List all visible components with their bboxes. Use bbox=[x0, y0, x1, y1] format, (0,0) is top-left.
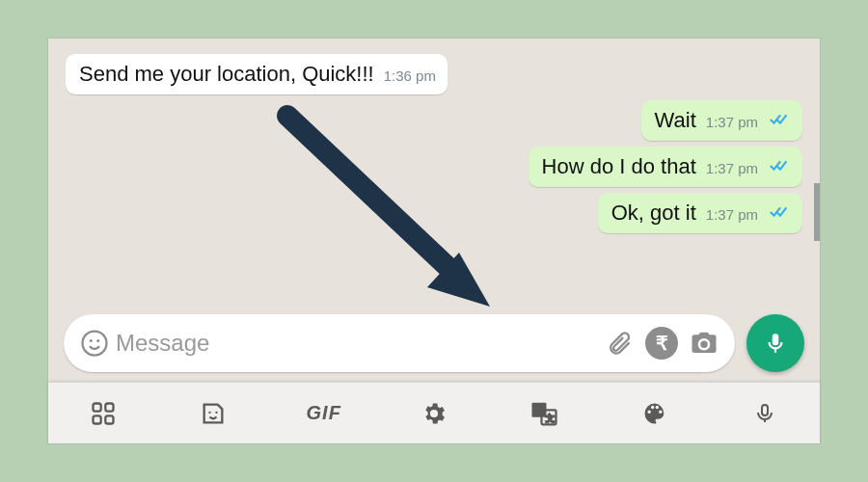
attach-icon[interactable] bbox=[598, 330, 640, 357]
svg-rect-6 bbox=[105, 403, 113, 411]
svg-rect-7 bbox=[94, 415, 101, 423]
chat-scroll-area[interactable]: Send me your location, Quick!!! 1:36 pm … bbox=[48, 39, 820, 308]
svg-point-3 bbox=[90, 339, 93, 342]
message-text: Send me your location, Quick!!! bbox=[79, 62, 374, 87]
sticker-icon[interactable] bbox=[194, 396, 232, 431]
svg-text:G: G bbox=[536, 405, 544, 415]
svg-rect-8 bbox=[105, 415, 113, 423]
message-time: 1:37 pm bbox=[706, 114, 758, 130]
svg-rect-5 bbox=[94, 403, 101, 411]
keyboard-mic-icon[interactable] bbox=[746, 396, 784, 431]
message-input-container: ₹ bbox=[64, 314, 735, 372]
message-bubble[interactable]: Wait 1:37 pm bbox=[641, 100, 802, 141]
keyboard-toolbar: GIF G文 bbox=[48, 382, 820, 443]
svg-text:文: 文 bbox=[546, 413, 555, 422]
read-receipt-icon bbox=[770, 158, 791, 174]
composer-row: ₹ bbox=[64, 314, 804, 372]
payment-icon[interactable]: ₹ bbox=[640, 327, 683, 360]
message-text: Ok, got it bbox=[611, 201, 696, 226]
message-bubble[interactable]: Ok, got it 1:37 pm bbox=[598, 193, 802, 233]
read-receipt-icon bbox=[770, 112, 791, 127]
message-outgoing: Ok, got it 1:37 pm bbox=[66, 193, 802, 233]
theme-icon[interactable] bbox=[636, 396, 674, 431]
svg-point-9 bbox=[209, 411, 211, 413]
svg-point-4 bbox=[96, 339, 99, 342]
emoji-icon[interactable] bbox=[73, 329, 116, 358]
camera-icon[interactable] bbox=[683, 329, 725, 358]
settings-icon[interactable] bbox=[415, 396, 453, 431]
read-receipt-icon bbox=[770, 204, 791, 220]
message-outgoing: Wait 1:37 pm bbox=[66, 100, 802, 141]
message-time: 1:37 pm bbox=[706, 160, 758, 176]
message-incoming: Send me your location, Quick!!! 1:36 pm bbox=[66, 54, 802, 94]
svg-point-2 bbox=[83, 332, 107, 356]
scrollbar-thumb[interactable] bbox=[814, 183, 820, 241]
gif-icon[interactable]: GIF bbox=[305, 396, 343, 431]
message-time: 1:37 pm bbox=[706, 206, 758, 223]
message-bubble[interactable]: Send me your location, Quick!!! 1:36 pm bbox=[66, 54, 448, 94]
message-input[interactable] bbox=[116, 330, 598, 357]
chat-screenshot: Send me your location, Quick!!! 1:36 pm … bbox=[48, 39, 820, 443]
message-text: Wait bbox=[655, 108, 696, 133]
translate-icon[interactable]: G文 bbox=[525, 396, 563, 431]
message-bubble[interactable]: How do I do that 1:37 pm bbox=[529, 147, 802, 187]
message-text: How do I do that bbox=[542, 154, 696, 179]
voice-record-button[interactable] bbox=[746, 314, 804, 372]
message-outgoing: How do I do that 1:37 pm bbox=[66, 147, 802, 187]
svg-point-10 bbox=[216, 411, 218, 413]
keyboard-apps-icon[interactable] bbox=[84, 396, 122, 431]
message-time: 1:36 pm bbox=[384, 67, 436, 84]
svg-rect-15 bbox=[762, 405, 768, 415]
